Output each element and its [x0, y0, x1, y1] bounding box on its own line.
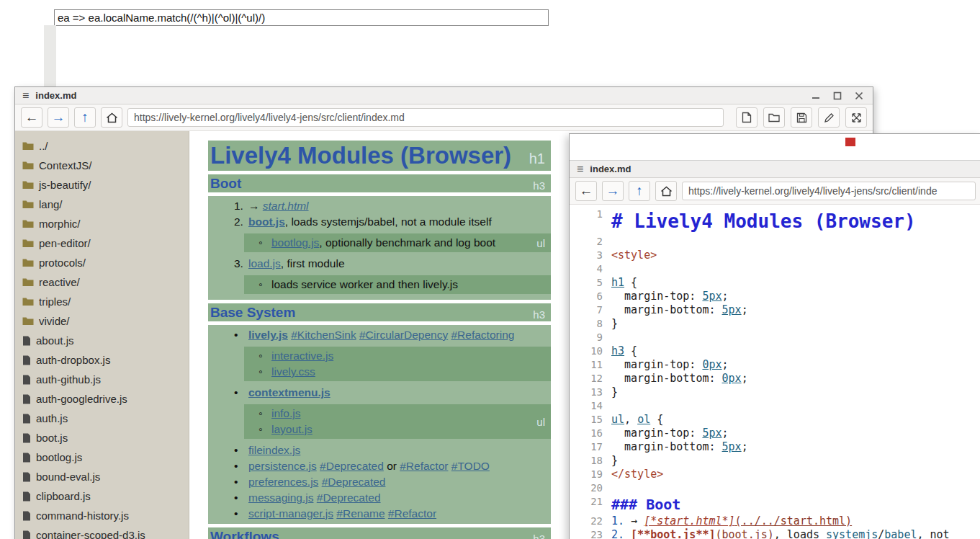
link[interactable]: fileindex.js: [248, 444, 300, 456]
close-button[interactable]: [853, 90, 866, 102]
menu-icon[interactable]: ≡: [22, 90, 29, 102]
forward-button[interactable]: →: [48, 107, 69, 128]
back-button[interactable]: ←: [21, 107, 42, 128]
code-line[interactable]: 16 margin-top: 5px;: [570, 427, 980, 440]
url-input[interactable]: [127, 108, 724, 127]
file-icon: [22, 453, 31, 463]
code-line[interactable]: 9: [570, 331, 980, 344]
link[interactable]: boot.js: [248, 215, 285, 228]
file-icon: [22, 394, 31, 404]
code-line[interactable]: 10h3 {: [570, 344, 980, 358]
code-line[interactable]: 4: [570, 262, 980, 276]
url-input[interactable]: [682, 182, 976, 200]
sidebar-folder-item[interactable]: ../: [15, 136, 189, 156]
code-line[interactable]: 15ul, ol {: [570, 413, 980, 427]
home-button[interactable]: [101, 107, 122, 128]
sidebar-folder-item[interactable]: js-beautify/: [15, 175, 189, 195]
code-line[interactable]: 20: [570, 481, 980, 495]
up-button[interactable]: ↑: [74, 107, 96, 128]
file-icon: [22, 433, 31, 443]
sidebar-file-item[interactable]: clipboard.js: [15, 486, 189, 506]
up-button[interactable]: ↑: [629, 181, 650, 201]
link[interactable]: #Deprecated: [320, 460, 384, 472]
link[interactable]: interactive.js: [271, 349, 333, 362]
link[interactable]: bootlog.js: [271, 236, 319, 249]
code-line[interactable]: 11 margin-top: 0px;: [570, 358, 980, 372]
code-line[interactable]: 18}: [570, 454, 980, 468]
code-line[interactable]: 13}: [570, 386, 980, 399]
home-button[interactable]: [655, 181, 677, 201]
link[interactable]: start.html: [263, 200, 309, 212]
save-button[interactable]: [791, 107, 812, 128]
link[interactable]: #Rename: [336, 507, 385, 520]
open-folder-button[interactable]: [763, 107, 785, 128]
link[interactable]: lively.js: [248, 329, 288, 341]
sidebar-file-item[interactable]: auth-dropbox.js: [15, 350, 189, 370]
sidebar-folder-item[interactable]: lang/: [15, 195, 189, 214]
code-line[interactable]: 7 margin-bottom: 5px;: [570, 303, 980, 317]
sidebar-folder-item[interactable]: protocols/: [15, 253, 189, 272]
link[interactable]: lively.css: [271, 365, 315, 378]
link[interactable]: #Refactoring: [451, 329, 515, 341]
code-line[interactable]: 17 margin-bottom: 5px;: [570, 440, 980, 454]
fullscreen-button[interactable]: [845, 107, 867, 128]
sidebar-file-item[interactable]: container-scoped-d3.js: [15, 525, 189, 539]
window1-titlebar[interactable]: ≡ index.md: [15, 87, 873, 104]
sidebar-file-item[interactable]: about.js: [15, 331, 189, 350]
sidebar-folder-item[interactable]: reactive/: [15, 272, 189, 292]
link[interactable]: #KitchenSink: [291, 329, 356, 341]
link[interactable]: load.js: [248, 257, 281, 270]
code-line[interactable]: 6 margin-top: 5px;: [570, 290, 980, 303]
link[interactable]: #Refactor: [388, 507, 436, 520]
code-line[interactable]: 21### Boot: [570, 495, 980, 514]
link[interactable]: #CircularDepency: [359, 329, 448, 341]
link[interactable]: info.js: [271, 407, 301, 419]
sidebar-folder-item[interactable]: triples/: [15, 292, 189, 311]
sidebar-file-item[interactable]: auth-github.js: [15, 370, 189, 389]
code-editor[interactable]: 1# Lively4 Modules (Browser)23<style>45h…: [570, 205, 980, 539]
code-line[interactable]: 12 margin-bottom: 0px;: [570, 372, 980, 386]
forward-button[interactable]: →: [602, 181, 624, 201]
menu-icon[interactable]: ≡: [577, 164, 583, 175]
sidebar-folder-item[interactable]: ContextJS/: [15, 156, 189, 175]
sidebar-file-item[interactable]: boot.js: [15, 428, 189, 447]
sidebar-file-item[interactable]: command-history.js: [15, 506, 189, 525]
code-line[interactable]: 8}: [570, 317, 980, 331]
list-item: ◦loads service worker and then lively.js: [244, 277, 551, 293]
link[interactable]: #Deprecated: [322, 476, 386, 488]
filter-expression-input[interactable]: [54, 9, 549, 26]
text-segment: 2.: [611, 528, 631, 539]
sidebar-folder-item[interactable]: morphic/: [15, 214, 189, 233]
code-line[interactable]: 2: [570, 235, 980, 249]
link[interactable]: contextmenu.js: [248, 386, 331, 398]
back-button[interactable]: ←: [575, 181, 597, 201]
text-segment: }: [611, 386, 618, 398]
link[interactable]: #Refactor: [400, 460, 448, 472]
sidebar-folder-item[interactable]: pen-editor/: [15, 233, 189, 253]
code-line[interactable]: 19</style>: [570, 468, 980, 481]
link[interactable]: script-manager.js: [248, 507, 333, 520]
link[interactable]: persistence.js: [248, 460, 317, 472]
code-line[interactable]: 5h1 {: [570, 276, 980, 290]
link[interactable]: #Deprecated: [317, 491, 381, 504]
link[interactable]: preferences.js: [248, 476, 318, 488]
code-line[interactable]: 3<style>: [570, 249, 980, 262]
sidebar-folder-item[interactable]: vivide/: [15, 311, 189, 331]
code-line[interactable]: 1# Lively4 Modules (Browser): [570, 208, 980, 235]
link[interactable]: #TODO: [451, 460, 490, 472]
code-line[interactable]: 14: [570, 399, 980, 413]
sidebar-file-item[interactable]: bound-eval.js: [15, 467, 189, 486]
sidebar-file-item[interactable]: auth.js: [15, 409, 189, 428]
new-file-button[interactable]: [736, 107, 758, 128]
link[interactable]: messaging.js: [248, 491, 313, 504]
text-segment: , loads: [774, 528, 826, 539]
code-line[interactable]: 232. [**boot.js**](boot.js), loads syste…: [570, 528, 980, 539]
window2-titlebar[interactable]: ≡ index.md: [570, 160, 980, 178]
code-line[interactable]: 221. → [*start.html*](../../start.html): [570, 514, 980, 528]
minimize-button[interactable]: [809, 90, 822, 102]
maximize-button[interactable]: [831, 90, 844, 102]
sidebar-file-item[interactable]: bootlog.js: [15, 447, 189, 467]
sidebar-file-item[interactable]: auth-googledrive.js: [15, 389, 189, 409]
link[interactable]: layout.js: [271, 423, 313, 435]
edit-button[interactable]: [818, 107, 840, 128]
